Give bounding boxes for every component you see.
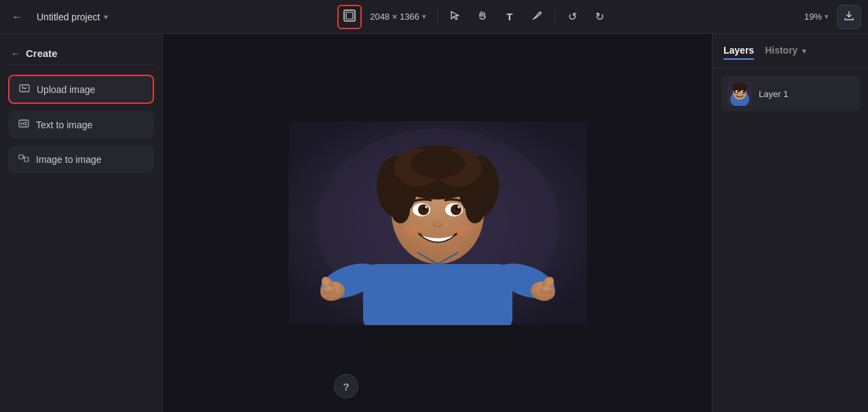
tab-history[interactable]: History ▾ <box>765 42 806 60</box>
svg-point-42 <box>455 225 471 236</box>
select-tool-button[interactable] <box>443 5 468 29</box>
pen-tool-icon <box>531 10 542 24</box>
zoom-chevron-icon: ▾ <box>825 12 829 21</box>
project-chevron-icon: ▾ <box>104 12 108 22</box>
topbar-left: ← Untitled project ▾ <box>7 7 170 27</box>
hand-tool-icon <box>477 10 488 24</box>
topbar-center: 2048 × 1366 ▾ T <box>174 5 776 29</box>
svg-point-2 <box>539 12 540 13</box>
svg-rect-15 <box>322 286 336 294</box>
right-sidebar: Layers History ▾ <box>712 34 868 412</box>
svg-point-41 <box>404 225 421 236</box>
layers-panel: Layer 1 <box>713 68 868 119</box>
svg-point-4 <box>22 86 23 88</box>
hand-tool-button[interactable] <box>470 5 495 29</box>
history-chevron-icon: ▾ <box>802 47 806 55</box>
tab-layers[interactable]: Layers <box>723 42 754 60</box>
canvas-image <box>288 121 587 325</box>
canvas-size-text: 2048 × 1366 <box>370 12 419 22</box>
text-tool-icon: T <box>506 11 512 22</box>
redo-icon: ↻ <box>595 10 604 23</box>
pen-tool-button[interactable] <box>525 5 549 29</box>
svg-point-38 <box>425 206 428 208</box>
redo-button[interactable]: ↻ <box>588 5 612 29</box>
svg-rect-19 <box>540 286 553 294</box>
layer-item[interactable]: Layer 1 <box>721 76 860 111</box>
undo-button[interactable]: ↺ <box>561 5 585 29</box>
canvas-image-container <box>288 121 587 325</box>
download-icon <box>844 10 854 23</box>
project-title-button[interactable]: Untitled project ▾ <box>31 9 113 25</box>
canvas-area: ? <box>163 34 712 412</box>
text-to-image-icon <box>18 118 29 131</box>
create-back-icon: ← <box>11 48 20 59</box>
topbar-right: 19% ▾ <box>780 5 861 29</box>
divider-1 <box>437 9 438 25</box>
svg-point-51 <box>737 91 739 93</box>
right-sidebar-tabs: Layers History ▾ <box>713 34 868 68</box>
svg-point-39 <box>457 206 460 208</box>
svg-point-31 <box>466 196 485 223</box>
canvas-size-chevron-icon: ▾ <box>422 12 426 21</box>
main-content: ← Create Upload image Text to <box>0 34 868 412</box>
svg-point-30 <box>391 196 410 223</box>
svg-rect-1 <box>346 12 353 19</box>
text-tool-button[interactable]: T <box>497 5 522 29</box>
svg-point-27 <box>411 149 465 179</box>
text-to-image-label: Text to image <box>36 119 92 130</box>
canvas-tool-icon <box>343 10 356 24</box>
svg-point-52 <box>742 91 744 93</box>
sidebar-item-upload-image[interactable]: Upload image <box>8 75 154 104</box>
layer-name: Layer 1 <box>759 89 788 99</box>
image-to-image-icon <box>18 153 29 166</box>
create-header: ← Create <box>8 45 154 65</box>
upload-image-label: Upload image <box>37 84 95 95</box>
svg-rect-11 <box>363 264 512 325</box>
svg-rect-7 <box>24 157 29 162</box>
create-label: Create <box>26 48 58 59</box>
image-to-image-label: Image to image <box>36 154 102 165</box>
svg-point-40 <box>432 219 443 227</box>
canvas-size-button[interactable]: 2048 × 1366 ▾ <box>364 9 432 24</box>
left-sidebar: ← Create Upload image Text to <box>0 34 163 412</box>
divider-2 <box>554 9 555 25</box>
zoom-value: 19% <box>804 12 822 22</box>
help-button[interactable]: ? <box>334 374 358 398</box>
project-title-text: Untitled project <box>37 12 100 22</box>
zoom-button[interactable]: 19% ▾ <box>800 9 833 24</box>
help-icon: ? <box>343 381 349 392</box>
layer-thumbnail <box>728 81 752 106</box>
undo-icon: ↺ <box>568 10 577 23</box>
sidebar-item-text-to-image[interactable]: Text to image <box>8 111 154 138</box>
canvas-tool-button[interactable] <box>337 5 362 29</box>
upload-image-icon <box>19 83 30 96</box>
back-button[interactable]: ← <box>7 7 27 27</box>
download-button[interactable] <box>837 5 861 29</box>
select-tool-icon <box>450 10 461 24</box>
sidebar-item-image-to-image[interactable]: Image to image <box>8 145 154 173</box>
child-portrait-svg <box>288 121 587 325</box>
topbar: ← Untitled project ▾ 2048 × 1366 ▾ <box>0 0 868 34</box>
svg-rect-6 <box>19 155 23 159</box>
